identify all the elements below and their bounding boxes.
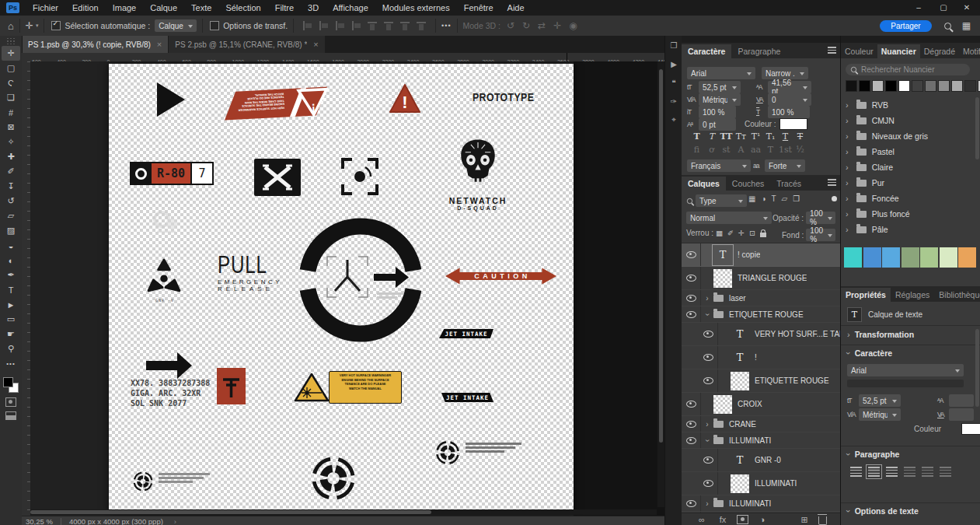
swash-icon[interactable]: ơ bbox=[704, 145, 719, 155]
visibility-toggle[interactable] bbox=[682, 432, 701, 448]
visibility-toggle[interactable] bbox=[699, 369, 718, 392]
group-chevron-icon[interactable]: › bbox=[846, 116, 849, 125]
small-caps-icon[interactable]: Tᴛ bbox=[734, 131, 748, 142]
layer-thumbnail[interactable] bbox=[713, 500, 724, 507]
color-swatches-widget[interactable] bbox=[3, 377, 19, 393]
layer-name[interactable]: CRANE bbox=[729, 420, 756, 429]
swatch[interactable] bbox=[898, 80, 910, 92]
panel-tab[interactable]: Réglages bbox=[891, 288, 934, 302]
layer-effects-icon[interactable]: fx bbox=[716, 515, 730, 524]
layer-name[interactable]: laser bbox=[729, 294, 746, 303]
visibility-toggle[interactable] bbox=[682, 267, 701, 289]
filter-smart-object-icon[interactable]: ❒ bbox=[793, 194, 800, 203]
layer-row[interactable]: › VERY HOT SURF...E TAKE CARE bbox=[682, 323, 840, 346]
font-style-field[interactable] bbox=[847, 380, 964, 387]
layer-name[interactable]: TRIANGLE ROUGE bbox=[738, 274, 807, 282]
status-chevron-icon[interactable]: › bbox=[174, 517, 176, 525]
font-size-select[interactable]: 52,5 pt bbox=[859, 394, 901, 407]
menu-item[interactable]: Affichage bbox=[326, 0, 375, 16]
font-family-select[interactable]: Arial bbox=[847, 364, 964, 376]
group-chevron-icon[interactable]: › bbox=[846, 194, 849, 203]
orbit-3d-icon[interactable]: ↺ bbox=[507, 20, 514, 31]
align-left-edges-icon[interactable] bbox=[302, 21, 312, 30]
delete-layer-icon[interactable] bbox=[818, 516, 827, 525]
layer-row[interactable]: › ETIQUETTE ROUGE bbox=[682, 369, 840, 393]
panel-tab[interactable]: Bibliothèques bbox=[934, 288, 980, 302]
superscript-icon[interactable]: T¹ bbox=[748, 131, 763, 142]
font-size-select[interactable]: 52,5 pt bbox=[699, 81, 741, 93]
layer-row[interactable]: › ILLUMINATI bbox=[682, 432, 840, 449]
panel-tab[interactable]: Caractère bbox=[682, 44, 731, 58]
section-transform[interactable]: Transformation bbox=[855, 330, 914, 339]
transform-controls-checkbox[interactable] bbox=[210, 21, 219, 30]
group-chevron-icon[interactable]: › bbox=[846, 178, 849, 187]
close-button[interactable]: ✕ bbox=[955, 0, 978, 16]
panel-tab[interactable]: Nuancier bbox=[877, 44, 920, 58]
layer-thumbnail[interactable] bbox=[713, 421, 724, 428]
layer-thumbnail[interactable] bbox=[713, 311, 724, 318]
filter-adjustment-icon[interactable]: ◑ bbox=[761, 194, 766, 203]
distribute-vertical-icon[interactable] bbox=[417, 21, 427, 30]
screen-mode-icon[interactable] bbox=[5, 411, 16, 420]
brush-tool[interactable]: ✐ bbox=[2, 164, 20, 179]
lock-all-icon[interactable] bbox=[760, 233, 766, 237]
layer-row[interactable]: › TRIANGLE ROUGE bbox=[682, 267, 840, 290]
section-chevron-icon[interactable]: › bbox=[844, 352, 853, 355]
swatch-group-row[interactable]: › RVB bbox=[841, 97, 980, 113]
layer-row[interactable]: › ! copie bbox=[682, 243, 840, 267]
panel-scrollbar[interactable] bbox=[975, 97, 979, 159]
text-color-swatch[interactable] bbox=[961, 423, 980, 435]
layer-row[interactable]: › ILLUMINATI bbox=[682, 495, 840, 512]
section-paragraph[interactable]: Paragraphe bbox=[855, 450, 900, 459]
panel-tab[interactable]: Propriétés bbox=[841, 288, 891, 302]
layer-thumbnail[interactable] bbox=[731, 451, 749, 470]
swatch[interactable] bbox=[846, 80, 857, 92]
marquee-tool[interactable]: ▢ bbox=[2, 61, 20, 75]
document-tab[interactable]: PS 2.psb @ 15,1% (CRANE, RVB/8) * × bbox=[169, 36, 324, 53]
filter-shape-icon[interactable]: ▱ bbox=[782, 194, 788, 203]
align-bottom-edges-icon[interactable] bbox=[400, 21, 410, 30]
panel-tab[interactable]: Paragraphe bbox=[731, 44, 786, 58]
ornaments-icon[interactable]: T bbox=[763, 145, 778, 155]
visibility-toggle[interactable] bbox=[682, 416, 701, 432]
swatch[interactable] bbox=[940, 247, 957, 268]
horizontal-scrollbar[interactable] bbox=[30, 509, 657, 515]
kerning-select[interactable]: Métrique bbox=[859, 408, 901, 421]
clone-source-icon[interactable]: ⌖ bbox=[665, 110, 682, 129]
visibility-toggle[interactable] bbox=[699, 323, 718, 345]
panel-tab[interactable]: Motifs bbox=[959, 44, 980, 58]
home-icon[interactable]: ⌂ bbox=[8, 20, 14, 32]
layer-thumbnail[interactable] bbox=[713, 437, 724, 444]
swatch[interactable] bbox=[885, 80, 897, 92]
auto-select-target-select[interactable]: Calque bbox=[155, 19, 197, 32]
menu-item[interactable]: Sélection bbox=[218, 0, 267, 16]
adjustment-layer-icon[interactable]: ◑ bbox=[755, 515, 769, 524]
layer-row[interactable]: › ETIQUETTE ROUGE bbox=[682, 306, 840, 323]
layer-thumbnail[interactable] bbox=[713, 395, 732, 414]
visibility-toggle[interactable] bbox=[682, 290, 701, 306]
menu-item[interactable]: 3D bbox=[301, 0, 326, 16]
swatch[interactable] bbox=[859, 80, 870, 92]
menu-item[interactable]: Modules externes bbox=[375, 0, 457, 16]
section-chevron-icon[interactable]: › bbox=[844, 453, 853, 456]
leading-field[interactable] bbox=[949, 394, 974, 407]
layer-name[interactable]: ! bbox=[755, 353, 757, 362]
maximize-button[interactable]: ▢ bbox=[932, 0, 955, 16]
layer-row[interactable]: › ! bbox=[682, 346, 840, 369]
pen-tool[interactable]: ✒ bbox=[2, 268, 20, 282]
group-chevron-icon[interactable]: › bbox=[703, 436, 712, 445]
layer-row[interactable]: › ILLUMINATI bbox=[682, 472, 840, 495]
swatch[interactable] bbox=[925, 80, 936, 92]
layer-thumbnail[interactable] bbox=[731, 325, 749, 344]
gradient-tool[interactable]: ▨ bbox=[2, 223, 20, 238]
menu-item[interactable]: Fenêtre bbox=[457, 0, 500, 16]
tracking-select[interactable]: 0 bbox=[768, 93, 811, 106]
tab-close-icon[interactable]: × bbox=[157, 40, 162, 49]
lock-pixels-icon[interactable]: ✐ bbox=[727, 229, 734, 237]
visibility-toggle[interactable] bbox=[682, 306, 701, 322]
group-chevron-icon[interactable]: › bbox=[846, 147, 849, 156]
lock-transparency-icon[interactable]: ▦ bbox=[716, 229, 723, 237]
swatch-group-row[interactable]: › Niveaux de gris bbox=[841, 128, 980, 144]
underline-icon[interactable]: T bbox=[778, 131, 793, 142]
swatch-group-row[interactable]: › Plus foncé bbox=[841, 206, 980, 222]
